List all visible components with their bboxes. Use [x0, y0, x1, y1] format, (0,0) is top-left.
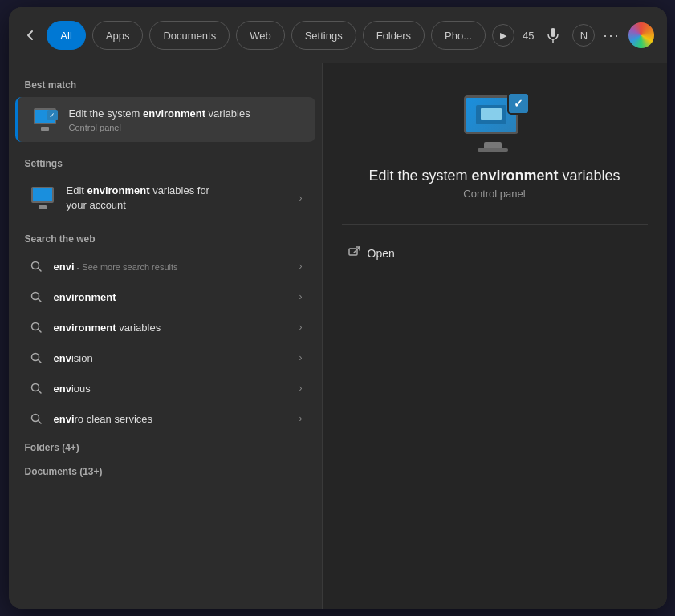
- left-panel: Best match ✓ Edit the system environment…: [9, 63, 322, 609]
- web-item-envision-chevron: ›: [299, 352, 303, 363]
- open-label: Open: [368, 247, 395, 260]
- search-icon-enviro-clean: [28, 411, 44, 427]
- svg-line-3: [38, 269, 41, 272]
- search-window: All Apps Documents Web Settings Folders …: [9, 7, 667, 609]
- tab-apps[interactable]: Apps: [92, 21, 144, 50]
- web-label: Search the web: [9, 230, 322, 251]
- open-button[interactable]: Open: [342, 241, 401, 266]
- tab-phones[interactable]: Pho...: [431, 21, 486, 50]
- settings-item-icon: [28, 184, 57, 213]
- spectrum-icon[interactable]: [628, 22, 654, 48]
- svg-line-11: [38, 391, 41, 394]
- web-item-environment[interactable]: environment ›: [15, 282, 315, 312]
- tab-settings[interactable]: Settings: [291, 21, 356, 50]
- n-badge: N: [572, 24, 595, 47]
- web-item-envious-text: envious: [54, 381, 290, 395]
- check-badge: ✓: [507, 92, 530, 115]
- mic-icon[interactable]: [542, 24, 564, 47]
- search-icon-envision: [28, 350, 44, 366]
- web-item-envious[interactable]: envious ›: [15, 373, 315, 403]
- best-match-subtitle: Control panel: [69, 123, 303, 132]
- tab-documents[interactable]: Documents: [149, 21, 230, 50]
- best-match-title: Edit the system environment variables: [69, 107, 303, 121]
- best-match-label: Best match: [9, 76, 322, 97]
- search-icon-environment: [28, 289, 44, 305]
- web-item-envi[interactable]: envi - See more search results ›: [15, 251, 315, 282]
- settings-item-chevron: ›: [299, 192, 303, 204]
- web-item-enviro-clean[interactable]: enviro clean services ›: [15, 403, 315, 434]
- web-item-envi-chevron: ›: [299, 261, 303, 272]
- right-panel: ✓ Edit the system environment variables …: [322, 63, 667, 609]
- badge-num: 45: [523, 30, 534, 42]
- web-item-env-vars-text: environment variables: [54, 320, 290, 334]
- main-content: Best match ✓ Edit the system environment…: [9, 63, 667, 609]
- play-icon[interactable]: ▶: [492, 24, 514, 47]
- svg-rect-16: [349, 249, 357, 255]
- settings-label: Settings: [9, 155, 322, 176]
- web-item-envi-text: envi - See more search results: [54, 259, 290, 274]
- settings-item-text: Edit environment variables foryour accou…: [67, 184, 290, 213]
- svg-line-9: [38, 360, 41, 363]
- web-item-environment-chevron: ›: [299, 291, 303, 302]
- svg-line-7: [38, 330, 41, 333]
- search-icon-envi: [28, 258, 44, 274]
- app-icon-large: ✓: [462, 95, 527, 152]
- best-match-icon: ✓: [30, 105, 59, 134]
- svg-line-13: [38, 421, 41, 424]
- svg-line-5: [38, 299, 41, 302]
- settings-item[interactable]: Edit environment variables foryour accou…: [15, 176, 315, 221]
- top-bar: All Apps Documents Web Settings Folders …: [9, 7, 667, 63]
- tab-all[interactable]: All: [47, 21, 85, 50]
- best-match-item[interactable]: ✓ Edit the system environment variables …: [15, 97, 315, 142]
- web-item-envious-chevron: ›: [299, 383, 303, 394]
- settings-item-title: Edit environment variables foryour accou…: [67, 184, 290, 213]
- web-item-enviro-clean-chevron: ›: [299, 413, 303, 424]
- search-icon-envious: [28, 380, 44, 396]
- tab-web[interactable]: Web: [236, 21, 285, 50]
- web-item-envision[interactable]: envision ›: [15, 342, 315, 373]
- search-icon-environment-variables: [28, 319, 44, 335]
- web-item-environment-text: environment: [54, 290, 290, 304]
- web-item-environment-variables[interactable]: environment variables ›: [15, 312, 315, 342]
- app-detail-category: Control panel: [463, 188, 525, 200]
- documents-label: Documents (13+): [9, 458, 322, 482]
- app-detail-title: Edit the system environment variables: [368, 168, 620, 184]
- svg-rect-15: [481, 108, 502, 120]
- folders-label: Folders (4+): [9, 434, 322, 458]
- open-icon: [348, 245, 361, 261]
- back-button[interactable]: [22, 22, 41, 48]
- svg-rect-0: [551, 28, 555, 37]
- more-options-button[interactable]: ···: [603, 27, 620, 44]
- best-match-text: Edit the system environment variables Co…: [69, 107, 303, 132]
- divider: [342, 224, 648, 225]
- web-item-envision-text: envision: [54, 351, 290, 365]
- tab-folders[interactable]: Folders: [363, 21, 425, 50]
- web-item-enviro-clean-text: enviro clean services: [54, 411, 290, 426]
- web-item-env-vars-chevron: ›: [299, 322, 303, 333]
- top-bar-right: ▶ 45 N ···: [492, 22, 653, 48]
